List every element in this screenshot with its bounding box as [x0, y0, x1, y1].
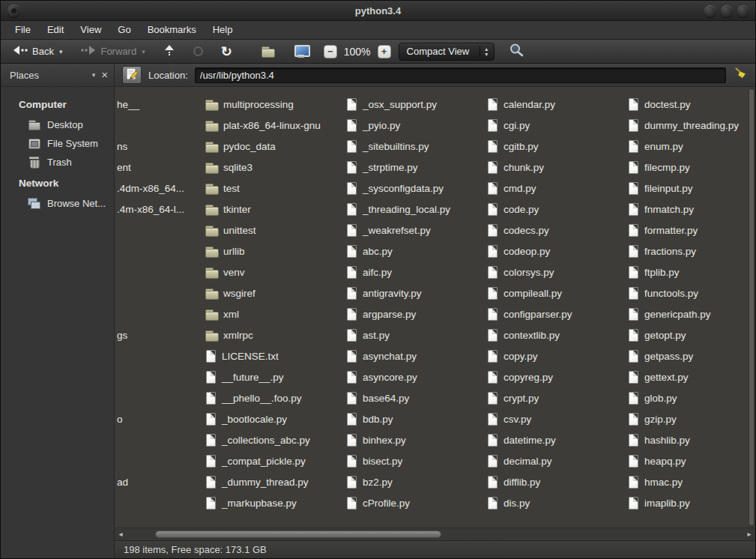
- file-item[interactable]: _threading_local.py: [345, 199, 450, 220]
- file-item[interactable]: functools.py: [627, 282, 739, 303]
- file-item[interactable]: xml: [205, 303, 321, 324]
- file-item[interactable]: cgitb.py: [486, 136, 572, 157]
- forward-dropdown-icon[interactable]: ▾: [142, 48, 145, 55]
- menu-item-edit[interactable]: Edit: [39, 21, 72, 39]
- file-item[interactable]: colorsys.py: [486, 262, 572, 282]
- refresh-button[interactable]: ↻: [217, 44, 236, 59]
- file-item[interactable]: ftplib.py: [627, 262, 739, 282]
- horizontal-scrollbar-track[interactable]: [127, 528, 743, 540]
- back-button[interactable]: Back ▾: [8, 43, 66, 59]
- file-item[interactable]: codecs.py: [486, 220, 572, 241]
- file-item[interactable]: _strptime.py: [345, 157, 450, 178]
- file-item[interactable]: bisect.py: [345, 450, 450, 471]
- window-menu-button[interactable]: [7, 4, 20, 17]
- file-item[interactable]: argparse.py: [345, 303, 450, 324]
- file-item[interactable]: _dummy_thread.py: [205, 471, 321, 492]
- file-item[interactable]: _sitebuiltins.py: [345, 136, 450, 157]
- file-item[interactable]: xmlrpc: [205, 324, 321, 345]
- file-item[interactable]: filecmp.py: [627, 157, 739, 178]
- file-item[interactable]: gzip.py: [627, 408, 739, 429]
- file-item[interactable]: _bootlocale.py: [205, 408, 321, 429]
- window-minimize-button[interactable]: [704, 5, 716, 17]
- file-item[interactable]: tkinter: [205, 199, 321, 220]
- file-item[interactable]: genericpath.py: [627, 303, 739, 324]
- file-item[interactable]: crypt.py: [486, 387, 572, 408]
- file-item[interactable]: venv: [205, 262, 321, 282]
- file-item-clipped[interactable]: ns: [117, 136, 184, 157]
- scroll-right-arrow-icon[interactable]: ▸: [743, 528, 755, 540]
- file-item-clipped[interactable]: .4dm-x86_64...: [117, 178, 184, 199]
- file-item[interactable]: ast.py: [345, 324, 450, 345]
- scroll-left-arrow-icon[interactable]: ◂: [115, 528, 127, 540]
- file-item[interactable]: doctest.py: [627, 94, 739, 115]
- window-maximize-button[interactable]: [721, 5, 733, 17]
- file-item[interactable]: calendar.py: [486, 94, 572, 115]
- zoom-out-button[interactable]: −: [324, 45, 337, 58]
- file-item[interactable]: formatter.py: [627, 220, 739, 241]
- file-item[interactable]: _osx_support.py: [345, 94, 450, 115]
- vertical-scrollbar[interactable]: [749, 88, 755, 526]
- file-item[interactable]: fileinput.py: [627, 178, 739, 199]
- file-item[interactable]: enum.py: [627, 136, 739, 157]
- file-item[interactable]: unittest: [205, 220, 321, 241]
- menu-item-bookmarks[interactable]: Bookmarks: [139, 21, 205, 39]
- back-dropdown-icon[interactable]: ▾: [59, 48, 63, 55]
- file-item[interactable]: getopt.py: [627, 324, 739, 345]
- file-item[interactable]: __phello__.foo.py: [205, 387, 321, 408]
- file-item[interactable]: asynchat.py: [345, 345, 450, 366]
- file-item[interactable]: aifc.py: [345, 262, 450, 282]
- file-item[interactable]: LICENSE.txt: [205, 345, 321, 366]
- horizontal-scrollbar[interactable]: ◂ ▸: [115, 528, 755, 540]
- file-item[interactable]: hashlib.py: [627, 429, 739, 450]
- file-item-clipped[interactable]: gs: [117, 324, 184, 345]
- file-item[interactable]: glob.py: [627, 387, 739, 408]
- file-item[interactable]: configparser.py: [486, 303, 572, 324]
- file-item[interactable]: bz2.py: [345, 471, 450, 492]
- view-mode-select[interactable]: Compact View ▲ ▼: [399, 43, 495, 61]
- file-item[interactable]: decimal.py: [486, 450, 572, 471]
- file-item[interactable]: copyreg.py: [486, 366, 572, 387]
- home-button[interactable]: [257, 43, 279, 59]
- file-item[interactable]: fnmatch.py: [627, 199, 739, 220]
- file-item[interactable]: cmd.py: [486, 178, 572, 199]
- file-item[interactable]: _weakrefset.py: [345, 220, 450, 241]
- file-item[interactable]: _sysconfigdata.py: [345, 178, 450, 199]
- edit-location-button[interactable]: [122, 66, 142, 84]
- menu-item-go[interactable]: Go: [109, 21, 139, 39]
- file-item[interactable]: urllib: [205, 241, 321, 262]
- places-item-file-system[interactable]: File System: [1, 134, 114, 153]
- file-item[interactable]: dummy_threading.py: [627, 115, 739, 136]
- file-item-clipped[interactable]: o: [117, 408, 184, 429]
- file-item[interactable]: _collections_abc.py: [205, 429, 321, 450]
- window-close-button[interactable]: [737, 5, 749, 17]
- file-item[interactable]: binhex.py: [345, 429, 450, 450]
- file-item[interactable]: difflib.py: [486, 471, 572, 492]
- file-item[interactable]: abc.py: [345, 241, 450, 262]
- horizontal-scrollbar-thumb[interactable]: [155, 531, 441, 538]
- file-item[interactable]: asyncore.py: [345, 366, 450, 387]
- places-item-browse-net-[interactable]: Browse Net...: [1, 194, 114, 213]
- places-close-icon[interactable]: ×: [101, 70, 108, 80]
- up-button[interactable]: [160, 43, 179, 60]
- file-item[interactable]: wsgiref: [205, 282, 321, 303]
- file-item[interactable]: code.py: [486, 199, 572, 220]
- file-item[interactable]: contextlib.py: [486, 324, 572, 345]
- file-item[interactable]: codeop.py: [486, 241, 572, 262]
- file-item-clipped[interactable]: he__: [117, 94, 184, 115]
- file-item[interactable]: getpass.py: [627, 345, 739, 366]
- location-input[interactable]: [195, 67, 726, 83]
- file-item[interactable]: antigravity.py: [345, 282, 450, 303]
- places-collapse-icon[interactable]: ▾: [92, 71, 96, 79]
- title-bar[interactable]: python3.4: [1, 1, 755, 21]
- file-item[interactable]: hmac.py: [627, 471, 739, 492]
- clean-broom-icon[interactable]: [733, 67, 748, 83]
- desktop-button[interactable]: [289, 43, 313, 60]
- search-button[interactable]: [505, 41, 528, 61]
- file-item[interactable]: copy.py: [486, 345, 572, 366]
- menu-item-view[interactable]: View: [72, 21, 109, 39]
- file-item[interactable]: test: [205, 178, 321, 199]
- zoom-in-button[interactable]: +: [378, 45, 391, 58]
- file-item[interactable]: __future__.py: [205, 366, 321, 387]
- file-item[interactable]: pydoc_data: [205, 136, 321, 157]
- file-item[interactable]: bdb.py: [345, 408, 450, 429]
